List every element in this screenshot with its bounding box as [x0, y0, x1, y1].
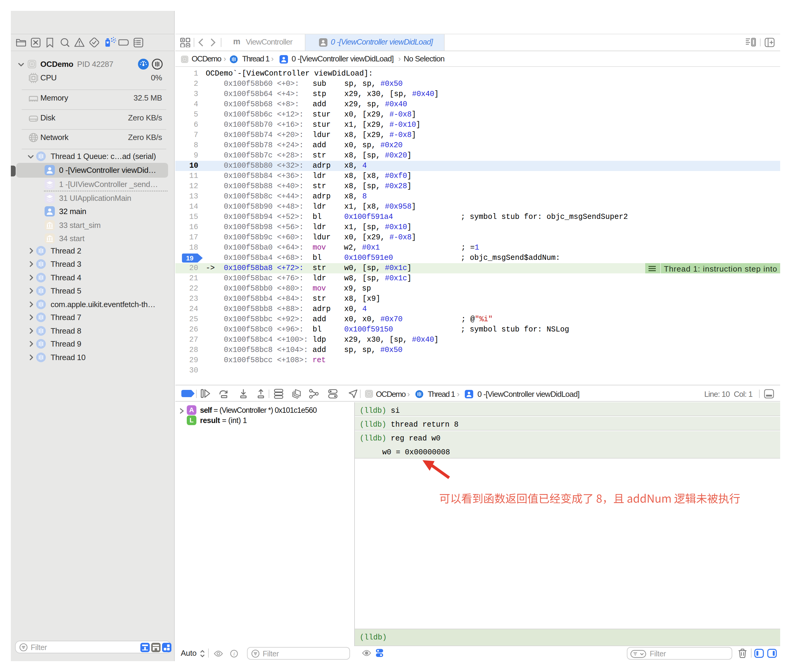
svg-text:i: i [233, 651, 235, 657]
